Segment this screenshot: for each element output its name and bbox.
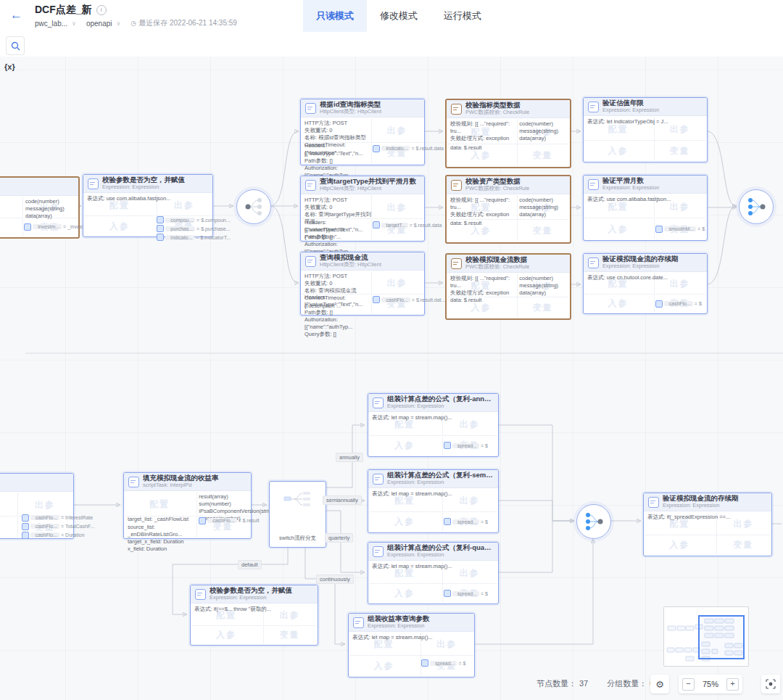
node-config-text: Headers: [{"valueType":"Text","n... Path…	[304, 294, 373, 338]
node-title: 校验参数是否为空，并赋值	[210, 587, 292, 595]
node-header: 验证估值年限Expression: Expression	[584, 98, 707, 116]
node-title: 验证平滑月数	[602, 177, 659, 185]
search-button[interactable]	[6, 36, 25, 55]
node-subtitle: PWC数据校验: CheckRule	[465, 110, 529, 116]
node-body: 出参变量 HTTP方法: POST 失败重试: 0 名称: 查询targetTy…	[301, 194, 424, 241]
node-verify-cashflow-duration-2[interactable]: 验证模拟现金流的存续期Expression: Expression 配置出参入参…	[643, 493, 772, 556]
node-header: 验证平滑月数Expression: Expression	[584, 176, 707, 194]
expression-icon	[373, 398, 384, 408]
watermark: 出参	[280, 609, 300, 621]
node-header: 校验参数是否为空，并赋值Expression: Expression	[191, 585, 318, 604]
node-output-text: code(number) message(string) data(array)	[519, 275, 558, 297]
fan-in-node-2[interactable]	[576, 504, 611, 539]
node-data-text: data: $.result	[450, 144, 481, 152]
minimap-viewport[interactable]	[698, 615, 745, 659]
script-task-icon	[128, 477, 139, 487]
node-output-tags: _spread...= $	[444, 442, 488, 449]
variable-tag: _spread...= $	[444, 518, 488, 525]
node-set-field-name-partial[interactable]: 置字段名 出参变量 Rate =... _cashFlo...= Interes…	[0, 473, 74, 539]
fit-view-button[interactable]	[761, 675, 780, 693]
node-body: 出参变量 HTTP方法: POST 失败重试: 0 名称: 查询模拟现金流 Co…	[301, 271, 424, 315]
node-body: 配置出参入参变量 表达式: let map = stream.map()... …	[368, 488, 498, 532]
watermark: 出参	[174, 199, 194, 211]
checkrule-icon	[451, 258, 462, 269]
chevron-down-icon[interactable]: ∨	[72, 20, 76, 27]
node-query-indicator-type-by-id[interactable]: 根据id查询指标类型HttpClient类型: HttpClient 出参变量 …	[300, 99, 425, 165]
node-assemble-spread-formula-quarterly[interactable]: 组装计算点差的公式（复利-quarterly）Expression: Expre…	[368, 542, 499, 604]
api-select[interactable]: openapi	[86, 20, 112, 28]
variable-tag: _targetT...= $.result.data	[373, 221, 442, 228]
variable-tag: _compou...= $.compoun...	[157, 216, 231, 223]
zoom-in-button[interactable]: +	[726, 678, 739, 691]
expression-icon	[588, 258, 599, 268]
node-switch-branch[interactable]: switch流程分支	[269, 481, 326, 548]
node-expression-text: 表达式: if(_spreadExpression ==...	[647, 514, 730, 521]
node-verify-valuation-years[interactable]: 验证估值年限Expression: Expression 配置出参入参变量 表达…	[583, 97, 708, 162]
fan-in-node[interactable]	[739, 189, 774, 224]
zoom-level: 75%	[703, 680, 718, 688]
node-body: 配置出参入参变量 校验规则: [{ ..."required": tru... …	[447, 273, 570, 318]
node-header: 校验指标类型数据PWC数据校验: CheckRule	[447, 100, 570, 118]
variable-icon	[655, 300, 663, 308]
workspace-select[interactable]: pwc_lab...	[35, 20, 67, 28]
node-body: 配置出参入参变量 表达式: let map = stream.map()... …	[349, 632, 474, 677]
watermark: 出参	[387, 201, 407, 213]
node-query-simulated-cashflow[interactable]: 查询模拟现金流HttpClient类型: HttpClient 出参变量 HTT…	[300, 252, 425, 316]
node-check-simulated-cashflow-data[interactable]: 校验模拟现金流数据PWC数据校验: CheckRule 配置出参入参变量 校验规…	[445, 253, 571, 320]
variable-icon	[157, 225, 164, 232]
back-button[interactable]: ←	[10, 7, 22, 23]
node-header: 根据id查询指标类型HttpClient类型: HttpClient	[301, 99, 424, 118]
node-fill-cashflow-yield[interactable]: 填充模拟现金流的收益率scriptTask: interpIPd 配置变量 re…	[123, 472, 252, 539]
node-verify-smooth-months[interactable]: 验证平滑月数Expression: Expression 配置出参入参变量 表达…	[583, 175, 708, 241]
fan-out-node[interactable]	[236, 189, 271, 224]
node-output-text: code(number) message(string) data(array)	[519, 120, 558, 142]
node-output-tags: _compou...= $.compoun... _purchas...= $.…	[157, 216, 231, 241]
node-check-partial[interactable]: 出参 变量 code(number) message(string) data(…	[0, 176, 80, 239]
variable-panel-icon[interactable]: {x}	[4, 62, 15, 71]
node-config-text: 校验规则: [{ ..."required": tru... 失败处理方式: e…	[450, 120, 518, 142]
node-output-tags: _smoothM...= $	[655, 226, 705, 233]
tab-edit-mode[interactable]: 修改模式	[367, 0, 431, 32]
node-title: 组装计算点差的公式（复利-semiannually）	[387, 472, 494, 479]
variable-icon	[373, 145, 380, 152]
watermark: 出参	[670, 123, 690, 135]
variable-tag: _spread...= $	[444, 590, 488, 597]
node-title: 组装计算点差的公式（复利-quarterly）	[387, 544, 494, 552]
node-check-indicator-type-data[interactable]: 校验指标类型数据PWC数据校验: CheckRule 配置出参入参变量 校验规则…	[445, 99, 571, 168]
page-title: DCF点差_新	[35, 4, 92, 17]
settings-button[interactable]: ⚙	[650, 675, 669, 693]
node-body: 配置出参入参变量 校验规则: [{ ..."required": tru... …	[447, 118, 570, 167]
node-header: 置字段名	[0, 474, 73, 492]
group-count: 分组数量：0	[607, 678, 654, 689]
flow-canvas[interactable]: {x} 出参 变量	[0, 57, 783, 700]
node-body: 配置出参入参变量 表达式: use com.alibaba.fastjson..…	[584, 194, 707, 240]
node-title: 校验资产类型数据	[465, 178, 529, 186]
tab-run-mode[interactable]: 运行模式	[431, 0, 494, 32]
node-title: 校验指标类型数据	[465, 102, 529, 110]
node-config-text: target_list: _cashFlowList source_list: …	[128, 516, 197, 553]
node-check-params-empty-assign[interactable]: 校验参数是否为空，并赋值Expression: Expression 配置出参入…	[83, 174, 213, 237]
node-assemble-yield-query-params[interactable]: 组装收益率查询参数Expression: Expression 配置出参入参变量…	[348, 613, 475, 678]
mode-tabs: 只读模式 修改模式 运行模式	[303, 0, 494, 32]
minimap[interactable]	[663, 606, 749, 667]
variable-tag: _cashFlo...= TotalCashF...	[22, 523, 95, 530]
checkrule-icon	[451, 104, 462, 115]
edge-label-semiannually: semiannually	[323, 495, 362, 505]
node-title: 查询模拟现金流	[320, 254, 381, 262]
node-check-params-empty-assign-2[interactable]: 校验参数是否为空，并赋值Expression: Expression 配置出参入…	[190, 585, 318, 646]
node-assemble-spread-formula-annually[interactable]: 组装计算点差的公式（复利-annually）Expression: Expres…	[368, 393, 499, 457]
switch-icon	[282, 489, 314, 509]
tab-readonly-mode[interactable]: 只读模式	[303, 0, 367, 32]
variable-tag: _spread...= $	[444, 442, 488, 449]
variable-icon	[157, 216, 164, 223]
variable-icon	[22, 514, 29, 522]
info-icon[interactable]: i	[96, 5, 107, 15]
zoom-out-button[interactable]: −	[682, 678, 695, 691]
node-verify-cashflow-duration[interactable]: 验证模拟现金流的存续期Expression: Expression 配置出参入参…	[583, 253, 708, 314]
expression-icon	[373, 546, 384, 557]
node-assemble-spread-formula-semiannually[interactable]: 组装计算点差的公式（复利-semiannually）Expression: Ex…	[368, 469, 499, 533]
variable-icon	[22, 523, 29, 530]
chevron-down-icon[interactable]: ∨	[116, 20, 120, 27]
node-check-asset-type-data[interactable]: 校验资产类型数据PWC数据校验: CheckRule 配置出参入参变量 校验规则…	[445, 175, 571, 244]
node-query-targettype-smooth-months[interactable]: 查询targetType并找到平滑月数HttpClient类型: HttpCli…	[300, 176, 425, 242]
